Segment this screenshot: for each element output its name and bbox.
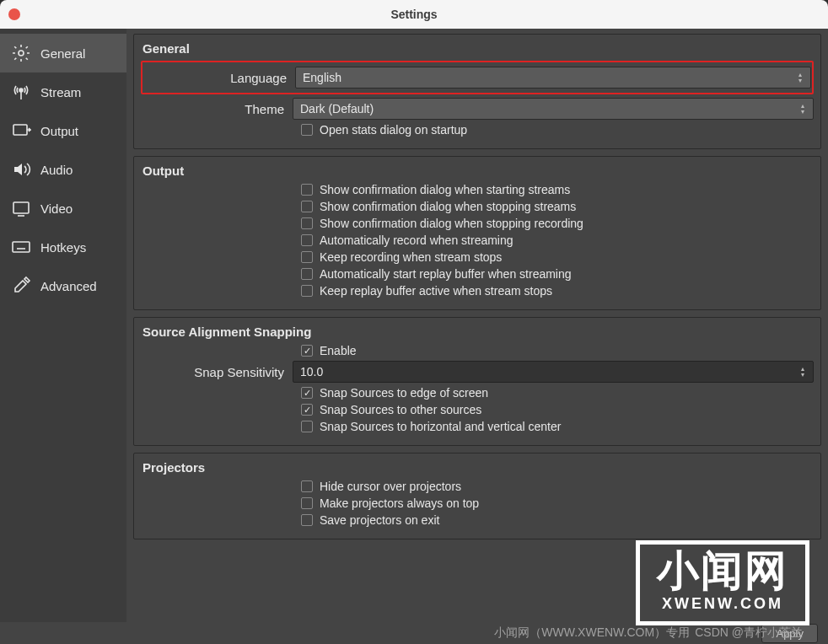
checkbox-label: Snap Sources to edge of screen — [320, 386, 488, 400]
sidebar-item-label: Advanced — [40, 279, 97, 293]
language-label: Language — [143, 71, 295, 85]
group-general: General Language English ▴▾ Theme — [133, 34, 821, 149]
checkbox-label: Automatically record when streaming — [320, 233, 513, 247]
checkbox-label: Enable — [320, 344, 357, 357]
spin-icon[interactable]: ▴▾ — [796, 362, 809, 382]
auto-replay-row[interactable]: Automatically start replay buffer when s… — [141, 267, 814, 281]
checkbox-icon[interactable] — [301, 201, 313, 212]
confirm-start-stream-row[interactable]: Show confirmation dialog when starting s… — [141, 183, 814, 196]
checkbox-label: Show confirmation dialog when starting s… — [320, 183, 570, 196]
group-title: Output — [142, 164, 814, 178]
sidebar-item-label: Audio — [40, 163, 73, 177]
confirm-stop-stream-row[interactable]: Show confirmation dialog when stopping s… — [141, 200, 814, 213]
apply-button[interactable]: Apply — [761, 624, 818, 643]
language-highlight: Language English ▴▾ — [141, 61, 814, 94]
svg-point-0 — [19, 51, 24, 56]
svg-rect-2 — [13, 125, 27, 135]
sidebar-item-label: Video — [40, 201, 73, 216]
theme-label: Theme — [141, 102, 293, 116]
sidebar-item-label: Output — [40, 124, 78, 138]
auto-record-row[interactable]: Automatically record when streaming — [141, 233, 814, 247]
language-value: English — [303, 71, 341, 84]
snap-sensitivity-value: 10.0 — [300, 365, 323, 378]
svg-rect-5 — [13, 242, 30, 252]
proj-save-exit-row[interactable]: Save projectors on exit — [141, 513, 814, 527]
sidebar-item-hotkeys[interactable]: Hotkeys — [0, 228, 126, 266]
bottom-bar: Apply — [0, 622, 828, 644]
checkbox-icon[interactable] — [301, 387, 313, 399]
confirm-stop-record-row[interactable]: Show confirmation dialog when stopping r… — [141, 217, 814, 230]
checkbox-icon[interactable] — [301, 217, 313, 229]
theme-combo[interactable]: Dark (Default) ▴▾ — [293, 98, 814, 120]
window-close-button[interactable] — [8, 8, 20, 20]
checkbox-icon[interactable] — [301, 421, 313, 432]
checkbox-icon[interactable] — [301, 124, 313, 136]
window-title: Settings — [0, 8, 828, 21]
checkbox-icon[interactable] — [301, 480, 313, 492]
checkbox-label: Show confirmation dialog when stopping s… — [320, 200, 576, 213]
group-title: General — [142, 41, 814, 56]
group-title: Projectors — [142, 460, 814, 475]
snap-sensitivity-label: Snap Sensitivity — [141, 365, 293, 379]
keep-recording-row[interactable]: Keep recording when stream stops — [141, 250, 814, 264]
language-combo[interactable]: English ▴▾ — [295, 67, 811, 89]
proj-always-top-row[interactable]: Make projectors always on top — [141, 496, 814, 510]
sidebar-item-output[interactable]: Output — [0, 111, 126, 150]
proj-hide-cursor-row[interactable]: Hide cursor over projectors — [141, 480, 814, 493]
checkbox-icon[interactable] — [301, 497, 313, 509]
group-output: Output Show confirmation dialog when sta… — [133, 156, 821, 310]
output-icon — [10, 120, 32, 142]
combo-spin-icon: ▴▾ — [796, 99, 809, 119]
checkbox-label: Automatically start replay buffer when s… — [320, 267, 572, 281]
snap-other-row[interactable]: Snap Sources to other sources — [141, 403, 814, 416]
checkbox-icon[interactable] — [301, 268, 313, 280]
svg-rect-3 — [13, 202, 29, 213]
checkbox-icon[interactable] — [301, 404, 313, 416]
snap-sensitivity-spinbox[interactable]: 10.0 ▴▾ — [293, 361, 814, 383]
group-title: Source Alignment Snapping — [142, 325, 814, 339]
checkbox-label: Save projectors on exit — [320, 513, 439, 527]
keep-replay-row[interactable]: Keep replay buffer active when stream st… — [141, 284, 814, 298]
sidebar-item-label: Stream — [40, 85, 81, 99]
checkbox-label: Snap Sources to other sources — [320, 403, 481, 416]
group-projectors: Projectors Hide cursor over projectors M… — [133, 453, 821, 539]
checkbox-label: Keep replay buffer active when stream st… — [320, 284, 552, 298]
checkbox-label: Hide cursor over projectors — [320, 480, 461, 493]
sidebar-item-label: General — [40, 46, 85, 61]
checkbox-label: Snap Sources to horizontal and vertical … — [320, 420, 561, 433]
audio-icon — [10, 158, 32, 180]
sidebar-item-advanced[interactable]: Advanced — [0, 266, 126, 305]
checkbox-icon[interactable] — [301, 184, 313, 196]
combo-spin-icon: ▴▾ — [793, 67, 807, 88]
video-icon — [10, 197, 32, 219]
snap-edge-row[interactable]: Snap Sources to edge of screen — [141, 386, 814, 400]
sidebar-item-label: Hotkeys — [40, 240, 86, 255]
checkbox-icon[interactable] — [301, 285, 313, 297]
keyboard-icon — [10, 236, 32, 258]
sidebar-item-stream[interactable]: Stream — [0, 72, 126, 111]
broadcast-icon — [10, 81, 32, 103]
open-stats-checkbox-row[interactable]: Open stats dialog on startup — [141, 123, 814, 137]
sidebar-item-audio[interactable]: Audio — [0, 150, 126, 189]
checkbox-label: Show confirmation dialog when stopping r… — [320, 217, 583, 230]
checkbox-label: Keep recording when stream stops — [320, 250, 502, 264]
settings-content: General Language English ▴▾ Theme — [126, 29, 828, 622]
group-snapping: Source Alignment Snapping Enable Snap Se… — [133, 317, 821, 446]
theme-value: Dark (Default) — [300, 102, 374, 115]
snap-enable-row[interactable]: Enable — [141, 344, 814, 357]
gear-icon — [10, 42, 32, 64]
sidebar-item-general[interactable]: General — [0, 34, 126, 72]
checkbox-icon[interactable] — [301, 514, 313, 526]
checkbox-icon[interactable] — [301, 345, 313, 357]
svg-point-1 — [19, 89, 23, 92]
settings-sidebar: General Stream Output Audio Video — [0, 29, 126, 622]
checkbox-icon[interactable] — [301, 234, 313, 246]
sidebar-item-video[interactable]: Video — [0, 189, 126, 228]
open-stats-label: Open stats dialog on startup — [320, 123, 467, 137]
snap-center-row[interactable]: Snap Sources to horizontal and vertical … — [141, 420, 814, 433]
titlebar: Settings — [0, 0, 828, 29]
checkbox-icon[interactable] — [301, 251, 313, 263]
checkbox-label: Make projectors always on top — [320, 496, 479, 510]
tools-icon — [10, 275, 32, 297]
